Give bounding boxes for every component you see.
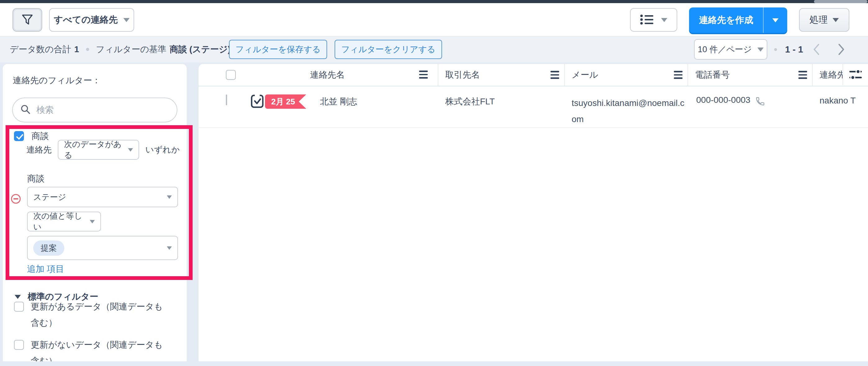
clear-filter-button[interactable]: フィルターをクリアする <box>335 40 442 59</box>
touched-records-label: 更新があるデータ（関連データも含む） <box>31 299 167 331</box>
value-chip: 提案 <box>33 241 64 256</box>
record-range: 1 - 1 <box>785 36 803 62</box>
create-contact-button[interactable]: 連絡先を作成 <box>689 7 763 33</box>
filter-sidebar: 連絡先のフィルター： 商談 連絡先 次のデータがある いずれか 商談 ステージ <box>2 64 187 361</box>
standard-filter-option: 更新があるデータ（関連データも含む） <box>14 299 167 331</box>
column-menu-icon[interactable] <box>551 71 559 79</box>
select-all-checkbox[interactable] <box>226 70 236 80</box>
actions-dropdown[interactable]: 処理 <box>799 8 849 32</box>
previous-page-button[interactable] <box>809 42 824 57</box>
header-account-name[interactable]: 取引先名 <box>438 64 565 86</box>
condition-module-label: 商談 <box>27 173 44 185</box>
toolbar: すべての連絡先 連絡先を作成 処理 <box>0 3 868 36</box>
header-email[interactable]: メール <box>565 64 688 86</box>
create-contact-split-button: 連絡先を作成 <box>689 7 787 33</box>
chevron-down-icon <box>167 195 172 199</box>
list-view-style-dropdown[interactable] <box>630 8 677 32</box>
funnel-icon <box>21 13 34 27</box>
chevron-down-icon <box>90 220 95 223</box>
email-link[interactable]: tsuyoshi.kitanami@noemail.com <box>571 98 684 124</box>
column-title: メール <box>571 69 598 81</box>
contact-owner-cell[interactable]: nakano T <box>813 86 868 127</box>
chevron-down-icon <box>128 148 133 152</box>
phone-cell: 000-000-0003 <box>688 86 813 127</box>
standard-filter-option: 更新がないデータ（関連データも含む） <box>14 337 167 361</box>
contacts-table: 連絡先名 取引先名 メール 電話番号 連絡先 <box>198 64 868 361</box>
crm-contacts-screen: すべての連絡先 連絡先を作成 処理 デー <box>0 0 868 366</box>
column-menu-icon[interactable] <box>674 71 683 79</box>
horizontal-scrollbar-thumb[interactable] <box>814 0 867 3</box>
filter-basis-value: 商談 (ステージ) <box>169 43 230 55</box>
table-header-row: 連絡先名 取引先名 メール 電話番号 連絡先 <box>198 64 868 86</box>
column-title: 取引先名 <box>445 69 480 81</box>
condition-operator-dropdown[interactable]: 次の値と等しい <box>27 212 101 232</box>
next-page-button[interactable] <box>834 42 849 57</box>
view-selector-dropdown[interactable]: すべての連絡先 <box>49 8 134 32</box>
deal-filter-checkbox[interactable] <box>14 131 24 141</box>
dot-separator <box>86 48 89 51</box>
chevron-down-icon <box>833 18 839 22</box>
create-contact-more-button[interactable] <box>763 7 787 33</box>
relation-condition-row: 連絡先 次のデータがある いずれか <box>26 140 180 160</box>
chevron-right-icon <box>837 43 845 56</box>
list-view-icon <box>640 14 654 26</box>
value-dropdown[interactable]: 提案 <box>27 236 178 260</box>
filter-basis-label: フィルターの基準 <box>96 43 166 55</box>
header-contact-name[interactable]: 連絡先名 <box>239 64 438 86</box>
column-menu-icon[interactable] <box>419 70 428 79</box>
touched-records-checkbox[interactable] <box>14 302 24 312</box>
phone-number[interactable]: 000-000-0003 <box>696 95 750 105</box>
column-title: 電話番号 <box>695 69 730 81</box>
per-page-label: 10 件／ページ <box>698 44 752 55</box>
presence-operator-dropdown[interactable]: 次のデータがある <box>58 140 139 160</box>
add-item-link[interactable]: 追加 項目 <box>27 263 64 275</box>
phone-icon[interactable] <box>755 96 765 109</box>
contact-name-cell: 2月 25 北並 剛志 <box>239 86 438 127</box>
triangle-down-icon <box>14 295 21 299</box>
actions-label: 処理 <box>810 14 828 26</box>
row-checkbox[interactable] <box>226 94 227 105</box>
column-sliders-icon <box>849 69 862 80</box>
sidebar-title: 連絡先のフィルター： <box>13 74 101 86</box>
field-value: ステージ <box>33 192 66 203</box>
email-cell: tsuyoshi.kitanami@noemail.com <box>565 86 688 127</box>
related-module-label: 連絡先 <box>26 144 52 155</box>
presence-operator-value: 次のデータがある <box>64 139 124 161</box>
filter-toggle-button[interactable] <box>12 8 42 32</box>
chevron-down-icon <box>772 18 778 22</box>
untouched-records-checkbox[interactable] <box>14 340 24 350</box>
chevron-down-icon <box>123 18 129 22</box>
untouched-records-label: 更新がないデータ（関連データも含む） <box>31 337 167 361</box>
column-title: 連絡先 <box>819 69 846 81</box>
summary-bar: データ数の合計 1 フィルターの基準 商談 (ステージ) フィルターを保存する … <box>0 36 868 62</box>
column-menu-icon[interactable] <box>798 71 807 79</box>
header-select-cell <box>198 64 239 86</box>
chevron-down-icon <box>167 246 172 250</box>
chevron-left-icon <box>812 43 820 56</box>
dot-separator <box>774 48 777 51</box>
view-selector-label: すべての連絡先 <box>54 14 118 26</box>
create-contact-label: 連絡先を作成 <box>699 14 753 26</box>
per-page-dropdown[interactable]: 10 件／ページ <box>694 39 767 60</box>
top-scrollbar-track <box>0 0 868 3</box>
chevron-down-icon <box>661 18 667 22</box>
filter-search-box <box>12 97 177 122</box>
search-icon <box>20 104 31 116</box>
column-title: 連絡先名 <box>239 69 416 81</box>
row-select-cell <box>198 86 239 127</box>
account-name-cell[interactable]: 株式会社FLT <box>438 86 565 127</box>
total-count-value: 1 <box>74 44 79 54</box>
match-type-label: いずれか <box>145 144 180 155</box>
table-row[interactable]: 2月 25 北並 剛志 株式会社FLT tsuyoshi.kitanami@no… <box>198 86 868 128</box>
record-summary: データ数の合計 1 フィルターの基準 商談 (ステージ) <box>10 36 230 62</box>
chevron-down-icon <box>757 48 764 52</box>
total-count-label: データ数の合計 <box>10 43 71 55</box>
remove-condition-icon[interactable] <box>10 193 22 206</box>
search-input[interactable] <box>36 105 169 115</box>
save-filter-button[interactable]: フィルターを保存する <box>229 40 327 59</box>
field-dropdown[interactable]: ステージ <box>27 187 178 207</box>
header-phone[interactable]: 電話番号 <box>688 64 813 86</box>
open-task-icon[interactable] <box>250 93 265 111</box>
condition-operator-value: 次の値と等しい <box>33 211 86 233</box>
column-settings-button[interactable] <box>842 64 868 85</box>
